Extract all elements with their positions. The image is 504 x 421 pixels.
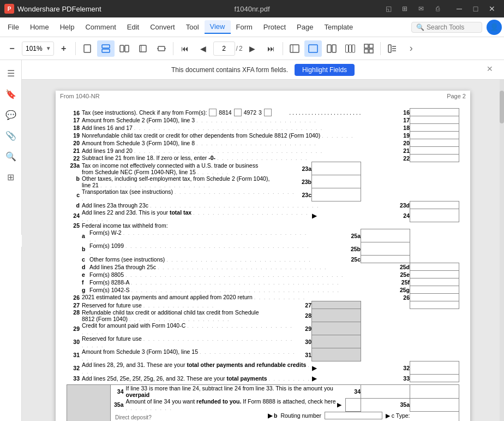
input-21[interactable] — [410, 147, 459, 155]
scrollbar-thumb[interactable] — [500, 91, 504, 123]
input-28-inner[interactable] — [312, 309, 361, 322]
view-mode-btn3[interactable] — [341, 40, 359, 57]
input-34[interactable] — [361, 385, 410, 399]
input-25c[interactable] — [361, 256, 410, 263]
fit-width-btn[interactable] — [153, 40, 170, 57]
view-mode-btn1[interactable] — [304, 40, 322, 57]
sidebar-bookmarks[interactable]: 🔖 — [2, 85, 20, 103]
refund-label: Refund — [67, 385, 111, 422]
minimize-btn[interactable]: ─ — [452, 2, 467, 15]
search-input[interactable] — [427, 23, 481, 31]
menu-protect[interactable]: Protect — [258, 21, 291, 33]
line-32-arrow: ▶ — [312, 361, 361, 375]
input-17[interactable] — [410, 116, 459, 124]
input-27-inner[interactable] — [312, 301, 361, 309]
input-25b[interactable] — [361, 242, 410, 256]
menu-form[interactable]: Form — [231, 21, 258, 33]
sidebar-layers[interactable]: ⊞ — [2, 168, 20, 186]
menu-edit[interactable]: Edit — [122, 21, 145, 33]
menu-home[interactable]: Home — [25, 21, 55, 33]
close-btn[interactable]: ✕ — [484, 2, 500, 15]
view-mode-btn2[interactable] — [323, 40, 340, 57]
panel-toggle-btn[interactable] — [286, 40, 303, 57]
input-26[interactable] — [410, 294, 459, 301]
menu-view[interactable]: View — [205, 20, 231, 34]
last-page-btn[interactable]: ⏭ — [262, 40, 280, 57]
zoom-dropdown-arrow[interactable]: ▼ — [46, 45, 53, 51]
sidebar-thumbnails[interactable]: ☰ — [2, 64, 20, 82]
scrollbar[interactable] — [500, 80, 504, 421]
line-sub-25c: c — [82, 256, 89, 263]
input-33[interactable] — [410, 375, 459, 382]
menu-file[interactable]: File — [2, 21, 25, 33]
rnum-22: 22 — [361, 155, 410, 162]
fit-page-btn[interactable] — [134, 40, 152, 57]
xfa-close-btn[interactable]: ✕ — [487, 64, 493, 73]
svg-rect-13 — [327, 45, 331, 52]
pdf-viewer[interactable]: From 1040-NR Page 2 16 Tax (see instruct… — [22, 80, 504, 421]
menu-tool[interactable]: Tool — [181, 21, 205, 33]
table-row: 32 Add lines 28, 29, and 31. These are y… — [67, 361, 459, 375]
input-27[interactable] — [410, 301, 459, 309]
more-btn[interactable]: › — [402, 40, 419, 57]
input-22[interactable] — [410, 155, 459, 162]
two-page-btn[interactable] — [116, 40, 133, 57]
input-23d[interactable] — [410, 201, 459, 209]
input-24[interactable] — [410, 209, 459, 222]
single-page-btn[interactable] — [79, 40, 96, 57]
zoom-control[interactable]: 101% ▼ — [22, 41, 54, 56]
highlight-fields-btn[interactable]: Highlight Fields — [295, 64, 355, 76]
print-icon-btn[interactable]: ⎙ — [430, 2, 445, 15]
line-sub-25g: g — [82, 286, 89, 294]
sidebar-comments[interactable]: 💬 — [2, 106, 20, 123]
input-16[interactable] — [410, 109, 459, 116]
input-35a[interactable] — [410, 398, 459, 411]
line-27-text: Reserved for future use — [82, 302, 142, 309]
menu-comment[interactable]: Comment — [80, 21, 121, 33]
input-32[interactable] — [410, 361, 459, 375]
input-30-inner[interactable] — [312, 335, 361, 348]
menu-page[interactable]: Page — [291, 21, 319, 33]
menu-help[interactable]: Help — [55, 21, 80, 33]
menu-convert[interactable]: Convert — [145, 21, 181, 33]
input-25g[interactable] — [410, 286, 459, 294]
zoom-out-btn[interactable]: − — [3, 40, 21, 57]
fit-width-icon — [157, 44, 166, 54]
input-23a[interactable] — [312, 162, 361, 175]
next-page-btn[interactable]: ▶ — [244, 40, 261, 57]
menu-template[interactable]: Template — [319, 21, 358, 33]
user-avatar[interactable]: 👤 — [487, 20, 502, 35]
input-29-inner[interactable] — [312, 322, 361, 335]
input-18[interactable] — [410, 124, 459, 132]
input-20[interactable] — [410, 139, 459, 147]
window-icon-btn[interactable]: ◱ — [381, 2, 396, 15]
view-mode-btn4[interactable] — [360, 40, 377, 57]
input-23c[interactable] — [312, 188, 361, 201]
routing-number-input[interactable] — [325, 412, 382, 419]
line-25b-text: Form(s) 1099 — [89, 242, 124, 249]
scroll-btn[interactable] — [97, 40, 115, 57]
table-row: d Add lines 23a through 23c . . . . . . … — [67, 201, 459, 209]
input-25e[interactable] — [410, 271, 459, 278]
input-25a[interactable] — [361, 229, 410, 242]
line-23b-dots: . . . . . . . . . . . . . . . . . . . . … — [100, 183, 211, 188]
input-25f[interactable] — [410, 278, 459, 286]
zoom-in-btn[interactable]: + — [55, 40, 73, 57]
mail-icon-btn[interactable]: ✉ — [413, 2, 429, 15]
maximize-btn[interactable]: □ — [468, 2, 483, 15]
first-page-btn[interactable]: ⏮ — [176, 40, 194, 57]
line-26-text: 2021 estimated tax payments and amount a… — [82, 294, 253, 300]
history-icon-btn[interactable]: ⊞ — [397, 2, 412, 15]
search-box[interactable]: 🔍 — [411, 22, 482, 33]
page-number-input[interactable] — [213, 41, 235, 56]
input-23b[interactable] — [312, 175, 361, 188]
input-19[interactable] — [410, 132, 459, 139]
sidebar-search[interactable]: 🔍 — [2, 147, 20, 165]
sidebar-attachments[interactable]: 📎 — [2, 127, 20, 144]
input-31-inner[interactable] — [312, 348, 361, 361]
prev-page-btn[interactable]: ◀ — [195, 40, 212, 57]
checkbox-35a[interactable] — [346, 398, 361, 411]
line-num-18: 18 — [67, 124, 82, 132]
settings-btn[interactable] — [383, 40, 401, 57]
input-25d[interactable] — [410, 263, 459, 271]
